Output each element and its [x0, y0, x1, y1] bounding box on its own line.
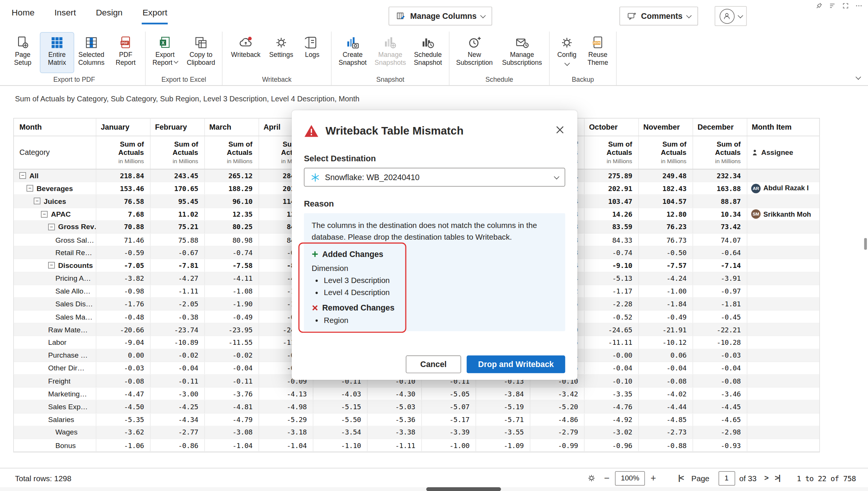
value-cell[interactable]: -5.36	[367, 413, 421, 426]
value-cell[interactable]: -7.57	[638, 259, 692, 272]
value-cell[interactable]: -7.81	[150, 259, 204, 272]
value-cell[interactable]: -5.07	[421, 401, 475, 413]
assignee-cell[interactable]	[747, 388, 820, 400]
value-cell[interactable]: -5.05	[421, 388, 475, 400]
value-cell[interactable]: -1.11	[367, 439, 421, 451]
assignee-cell[interactable]	[747, 413, 820, 426]
value-cell[interactable]: -0.08	[96, 375, 150, 387]
value-cell[interactable]: -4.24	[638, 272, 692, 285]
value-cell[interactable]: -10.28	[692, 337, 747, 349]
value-cell[interactable]: -22.21	[692, 323, 747, 336]
month-item-column-header[interactable]: Month Item	[747, 118, 820, 136]
value-cell[interactable]: 71.46	[96, 234, 150, 246]
measure-header[interactable]: Sum of Actualsin Millions	[584, 136, 638, 169]
value-cell[interactable]: 88.87	[692, 195, 747, 208]
value-cell[interactable]: -0.64	[692, 246, 747, 259]
value-cell[interactable]: 153.46	[96, 182, 150, 195]
collapse-toggle-icon[interactable]: −	[19, 172, 26, 179]
value-cell[interactable]: -0.11	[204, 375, 258, 387]
assignee-cell[interactable]	[747, 311, 820, 323]
value-cell[interactable]: -5.13	[584, 272, 638, 285]
value-cell[interactable]: -4.13	[258, 388, 313, 400]
value-cell[interactable]: -10.12	[638, 337, 692, 349]
value-cell[interactable]: -20.66	[96, 323, 150, 336]
value-cell[interactable]: -4.86	[530, 413, 584, 426]
value-cell[interactable]: -1.09	[475, 439, 530, 451]
table-settings-gear-icon[interactable]	[587, 473, 596, 483]
collapse-toggle-icon[interactable]: −	[41, 211, 48, 217]
value-cell[interactable]: -0.38	[150, 311, 204, 323]
assignee-cell[interactable]	[747, 323, 820, 336]
month-column-header[interactable]: October	[584, 118, 638, 136]
collapse-toggle-icon[interactable]: −	[48, 223, 55, 230]
value-cell[interactable]: -23.74	[150, 323, 204, 336]
value-cell[interactable]: -2.79	[530, 426, 584, 439]
value-cell[interactable]: -5.29	[258, 413, 313, 426]
value-cell[interactable]: -0.08	[692, 375, 747, 387]
assignee-cell[interactable]: SMSrikkanth Moh	[747, 208, 820, 220]
copy-to-clipboard-button[interactable]: Copy to Clipboard	[183, 33, 219, 73]
value-cell[interactable]: -0.11	[150, 375, 204, 387]
value-cell[interactable]: 265.12	[204, 170, 258, 182]
value-cell[interactable]: -1.17	[584, 285, 638, 297]
value-cell[interactable]: -0.99	[530, 439, 584, 451]
value-cell[interactable]: -1.00	[638, 285, 692, 297]
create-snapshot-button[interactable]: Create Snapshot	[335, 33, 371, 73]
value-cell[interactable]: -0.97	[692, 285, 747, 297]
assignee-cell[interactable]	[747, 259, 820, 272]
manage-subscriptions-button[interactable]: Manage Subscriptions	[498, 33, 546, 73]
value-cell[interactable]: -1.04	[204, 439, 258, 451]
assignee-cell[interactable]	[747, 272, 820, 285]
pin-icon[interactable]	[815, 2, 822, 9]
month-column-header[interactable]: November	[638, 118, 692, 136]
value-cell[interactable]: -0.93	[692, 439, 747, 451]
assignee-cell[interactable]	[747, 246, 820, 259]
zoom-in-button[interactable]: +	[651, 473, 656, 483]
zoom-level-input[interactable]: 100%	[615, 471, 645, 485]
value-cell[interactable]: -3.76	[204, 388, 258, 400]
value-cell[interactable]: -4.44	[638, 401, 692, 413]
value-cell[interactable]: -9.10	[584, 259, 638, 272]
value-cell[interactable]: -3.00	[150, 388, 204, 400]
value-cell[interactable]: 80.25	[204, 221, 258, 233]
expand-icon[interactable]	[842, 2, 849, 9]
value-cell[interactable]: -1.76	[96, 298, 150, 310]
value-cell[interactable]: -9.04	[96, 337, 150, 349]
value-cell[interactable]: -0.59	[96, 246, 150, 259]
value-cell[interactable]: -10.89	[150, 337, 204, 349]
assignee-cell[interactable]	[747, 375, 820, 387]
value-cell[interactable]: -0.04	[584, 362, 638, 375]
value-cell[interactable]: 0.00	[96, 349, 150, 362]
value-cell[interactable]: 83.59	[584, 221, 638, 233]
value-cell[interactable]: -1.06	[96, 439, 150, 451]
value-cell[interactable]: -0.02	[204, 349, 258, 362]
collapse-toggle-icon[interactable]: −	[34, 198, 41, 205]
value-cell[interactable]: 76.73	[638, 234, 692, 246]
value-cell[interactable]: 73.42	[692, 221, 747, 233]
vertical-scrollbar-thumb[interactable]	[864, 238, 867, 250]
value-cell[interactable]: -1.81	[692, 298, 747, 310]
value-cell[interactable]: -5.19	[475, 401, 530, 413]
cancel-button[interactable]: Cancel	[406, 355, 461, 373]
value-cell[interactable]: 243.45	[150, 170, 204, 182]
value-cell[interactable]: 218.84	[96, 170, 150, 182]
value-cell[interactable]: -4.34	[150, 413, 204, 426]
first-page-button[interactable]: |<	[678, 474, 683, 482]
measure-header[interactable]: Sum of Actualsin Millions	[204, 136, 258, 169]
value-cell[interactable]: -3.82	[96, 272, 150, 285]
value-cell[interactable]: -0.00	[584, 349, 638, 362]
horizontal-scrollbar-thumb[interactable]	[426, 487, 501, 491]
value-cell[interactable]: -4.98	[258, 401, 313, 413]
destination-dropdown[interactable]: Snowflake: WB_20240410	[304, 168, 565, 187]
value-cell[interactable]: -3.62	[96, 426, 150, 439]
value-cell[interactable]: 170.65	[150, 182, 204, 195]
value-cell[interactable]: -24.65	[584, 323, 638, 336]
assignee-cell[interactable]	[747, 337, 820, 349]
value-cell[interactable]: -5.17	[421, 413, 475, 426]
value-cell[interactable]: -2.73	[638, 426, 692, 439]
assignee-cell[interactable]	[747, 401, 820, 413]
assignee-cell[interactable]	[747, 195, 820, 208]
collapse-toggle-icon[interactable]: −	[48, 262, 55, 269]
value-cell[interactable]: 12.35	[204, 208, 258, 220]
last-page-button[interactable]: >|	[775, 474, 780, 482]
